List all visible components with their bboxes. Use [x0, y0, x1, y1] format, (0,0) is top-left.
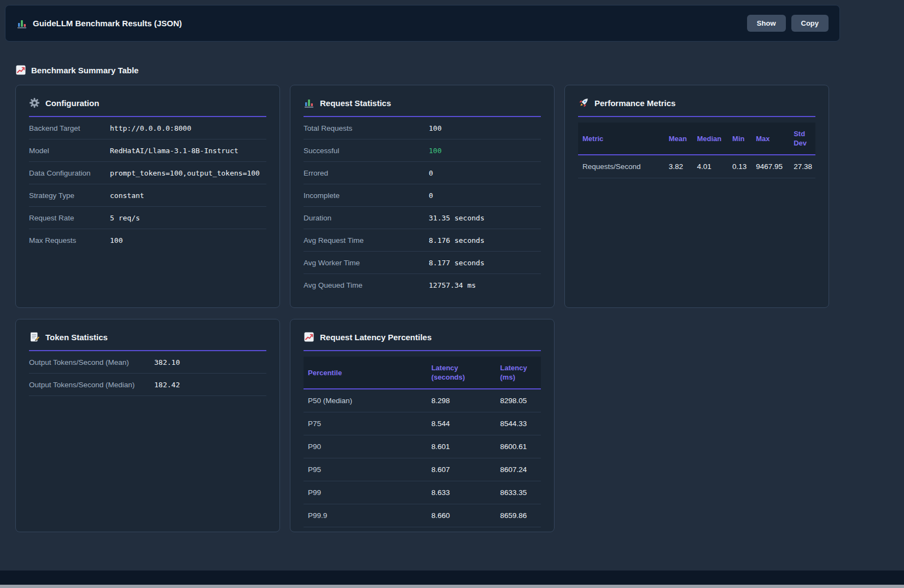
config-value: http://0.0.0.0:8000 — [110, 124, 266, 132]
config-row: Backend Target http://0.0.0.0:8000 — [29, 117, 266, 139]
metric-std-dev: 27.38 — [789, 155, 815, 178]
table-row: Requests/Second 3.82 4.01 0.13 9467.95 2… — [578, 155, 815, 178]
chart-increasing-icon — [304, 331, 314, 342]
percentile-name: P99 — [304, 481, 427, 504]
table-row: P90 8.601 8600.61 — [304, 435, 541, 458]
stat-row: Total Requests 100 — [304, 117, 541, 139]
stat-row: Errored 0 — [304, 162, 541, 184]
stat-label: Avg Worker Time — [304, 259, 429, 267]
latency-percentiles-card-title: Request Latency Percentiles — [304, 331, 541, 351]
gear-icon — [29, 97, 40, 108]
section-title: Benchmark Summary Table — [31, 66, 138, 75]
request-statistics-title-text: Request Statistics — [320, 98, 391, 108]
header-buttons: Show Copy — [747, 15, 829, 32]
latency-ms: 8298.05 — [496, 389, 541, 412]
config-row: Request Rate 5 req/s — [29, 207, 266, 229]
latency-seconds: 8.544 — [427, 412, 496, 435]
latency-percentiles-card: Request Latency Percentiles Percentile L… — [290, 319, 555, 532]
stat-row: Avg Request Time 8.176 seconds — [304, 229, 541, 252]
col-header-max: Max — [751, 123, 789, 155]
window-bottom-edge — [0, 585, 904, 588]
table-row: P95 8.607 8607.24 — [304, 458, 541, 481]
latency-seconds: 8.601 — [427, 435, 496, 458]
latency-ms: 8600.61 — [496, 435, 541, 458]
config-label: Data Configuration — [29, 169, 110, 177]
token-value: 182.42 — [154, 381, 266, 389]
stat-value: 100 — [429, 124, 541, 132]
stat-label: Incomplete — [304, 191, 429, 200]
latency-header-row: Percentile Latency (seconds) Latency (ms… — [304, 357, 541, 389]
config-value: RedHatAI/Llama-3.1-8B-Instruct — [110, 147, 266, 155]
chart-increasing-icon — [15, 65, 26, 75]
token-row: Output Tokens/Second (Median) 182.42 — [29, 374, 266, 396]
stat-row: Avg Worker Time 8.177 seconds — [304, 252, 541, 274]
config-row: Data Configuration prompt_tokens=100,out… — [29, 162, 266, 184]
show-button[interactable]: Show — [747, 15, 786, 32]
stat-row: Incomplete 0 — [304, 184, 541, 207]
config-label: Max Requests — [29, 236, 110, 244]
latency-ms: 8633.35 — [496, 481, 541, 504]
col-header-latency-seconds: Latency (seconds) — [427, 357, 496, 389]
table-row: P99 8.633 8633.35 — [304, 481, 541, 504]
bar-chart-icon — [16, 18, 27, 29]
performance-metrics-header-row: Metric Mean Median Min Max Std Dev — [578, 123, 815, 155]
config-row: Model RedHatAI/Llama-3.1-8B-Instruct — [29, 139, 266, 162]
footer-bar — [0, 570, 904, 585]
metric-mean: 3.82 — [664, 155, 693, 178]
token-statistics-card-title: Token Statistics — [29, 331, 266, 351]
configuration-card-title: Configuration — [29, 97, 266, 117]
header-bar: GuideLLM Benchmark Results (JSON) Show C… — [5, 5, 840, 42]
token-value: 382.10 — [154, 358, 266, 366]
stat-value: 31.35 seconds — [429, 214, 541, 222]
performance-metrics-card-title: Performance Metrics — [578, 97, 815, 117]
config-row: Max Requests 100 — [29, 229, 266, 252]
config-row: Strategy Type constant — [29, 184, 266, 207]
col-header-min: Min — [728, 123, 751, 155]
latency-seconds: 8.298 — [427, 389, 496, 412]
performance-metrics-card: Performance Metrics Metric Mean Median M… — [564, 85, 829, 308]
performance-metrics-table: Metric Mean Median Min Max Std Dev Reque… — [578, 123, 815, 178]
latency-percentiles-table: Percentile Latency (seconds) Latency (ms… — [304, 357, 541, 527]
percentile-name: P95 — [304, 458, 427, 481]
stat-label: Avg Request Time — [304, 236, 429, 244]
stat-value: 0 — [429, 169, 541, 177]
percentile-name: P99.9 — [304, 504, 427, 527]
bar-chart-icon — [304, 97, 314, 108]
stat-value-success: 100 — [429, 147, 541, 155]
latency-percentiles-title-text: Request Latency Percentiles — [320, 333, 431, 342]
token-label: Output Tokens/Second (Median) — [29, 381, 154, 389]
stat-label: Duration — [304, 214, 429, 222]
stat-value: 12757.34 ms — [429, 281, 541, 289]
token-statistics-title-text: Token Statistics — [45, 333, 108, 342]
metric-median: 4.01 — [692, 155, 728, 178]
request-statistics-card: Request Statistics Total Requests 100 Su… — [290, 85, 555, 308]
token-label: Output Tokens/Second (Mean) — [29, 358, 154, 366]
stat-row: Duration 31.35 seconds — [304, 207, 541, 229]
stat-label: Errored — [304, 169, 429, 177]
latency-seconds: 8.633 — [427, 481, 496, 504]
memo-icon — [29, 331, 40, 342]
stat-value: 8.177 seconds — [429, 259, 541, 267]
metric-name: Requests/Second — [578, 155, 664, 178]
copy-button[interactable]: Copy — [791, 15, 829, 32]
page-title: GuideLLM Benchmark Results (JSON) — [33, 19, 182, 28]
latency-seconds: 8.660 — [427, 504, 496, 527]
col-header-median: Median — [692, 123, 728, 155]
config-value: 5 req/s — [110, 214, 266, 222]
request-statistics-card-title: Request Statistics — [304, 97, 541, 117]
table-row: P99.9 8.660 8659.86 — [304, 504, 541, 527]
table-row: P50 (Median) 8.298 8298.05 — [304, 389, 541, 412]
latency-ms: 8544.33 — [496, 412, 541, 435]
stat-label: Avg Queued Time — [304, 281, 429, 289]
col-header-percentile: Percentile — [304, 357, 427, 389]
config-label: Backend Target — [29, 124, 110, 132]
token-statistics-card: Token Statistics Output Tokens/Second (M… — [15, 319, 280, 532]
rocket-icon — [578, 97, 589, 108]
col-header-metric: Metric — [578, 123, 664, 155]
stat-value: 8.176 seconds — [429, 236, 541, 244]
metric-max: 9467.95 — [751, 155, 789, 178]
latency-ms: 8659.86 — [496, 504, 541, 527]
token-row: Output Tokens/Second (Mean) 382.10 — [29, 351, 266, 374]
config-value: 100 — [110, 236, 266, 244]
stat-value: 0 — [429, 191, 541, 200]
